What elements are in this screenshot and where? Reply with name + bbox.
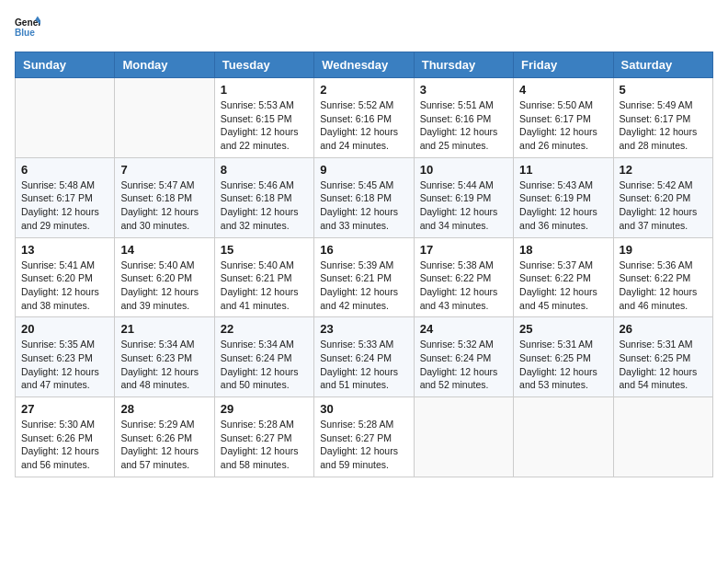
day-number: 29 — [221, 402, 308, 416]
calendar-cell: 22Sunrise: 5:34 AM Sunset: 6:24 PM Dayli… — [214, 317, 313, 397]
day-info: Sunrise: 5:29 AM Sunset: 6:26 PM Dayligh… — [120, 418, 208, 472]
week-row-1: 1Sunrise: 5:53 AM Sunset: 6:15 PM Daylig… — [16, 78, 713, 158]
day-number: 11 — [519, 163, 607, 177]
day-info: Sunrise: 5:35 AM Sunset: 6:23 PM Dayligh… — [21, 338, 108, 392]
calendar-cell — [16, 78, 115, 158]
calendar-cell: 14Sunrise: 5:40 AM Sunset: 6:20 PM Dayli… — [115, 237, 214, 317]
day-number: 16 — [320, 243, 407, 257]
calendar-cell: 25Sunrise: 5:31 AM Sunset: 6:25 PM Dayli… — [514, 317, 613, 397]
day-info: Sunrise: 5:44 AM Sunset: 6:19 PM Dayligh… — [420, 178, 507, 233]
day-info: Sunrise: 5:31 AM Sunset: 6:25 PM Dayligh… — [620, 338, 707, 392]
calendar-cell: 30Sunrise: 5:28 AM Sunset: 6:27 PM Dayli… — [314, 397, 414, 477]
calendar-cell: 23Sunrise: 5:33 AM Sunset: 6:24 PM Dayli… — [314, 317, 414, 397]
day-info: Sunrise: 5:46 AM Sunset: 6:18 PM Dayligh… — [221, 178, 308, 233]
day-info: Sunrise: 5:43 AM Sunset: 6:19 PM Dayligh… — [519, 178, 607, 233]
calendar-cell: 9Sunrise: 5:45 AM Sunset: 6:18 PM Daylig… — [314, 157, 414, 237]
day-number: 2 — [320, 83, 407, 97]
week-row-4: 20Sunrise: 5:35 AM Sunset: 6:23 PM Dayli… — [16, 317, 713, 397]
calendar-table: SundayMondayTuesdayWednesdayThursdayFrid… — [15, 52, 713, 477]
day-number: 12 — [620, 163, 707, 177]
weekday-header-friday: Friday — [514, 52, 613, 78]
calendar-cell: 7Sunrise: 5:47 AM Sunset: 6:18 PM Daylig… — [115, 157, 214, 237]
calendar-cell: 26Sunrise: 5:31 AM Sunset: 6:25 PM Dayli… — [613, 317, 712, 397]
calendar-cell: 20Sunrise: 5:35 AM Sunset: 6:23 PM Dayli… — [16, 317, 115, 397]
day-info: Sunrise: 5:39 AM Sunset: 6:21 PM Dayligh… — [320, 259, 407, 313]
day-info: Sunrise: 5:36 AM Sunset: 6:22 PM Dayligh… — [620, 259, 707, 313]
calendar-cell: 24Sunrise: 5:32 AM Sunset: 6:24 PM Dayli… — [414, 317, 513, 397]
day-info: Sunrise: 5:52 AM Sunset: 6:16 PM Dayligh… — [320, 98, 407, 153]
calendar-cell: 28Sunrise: 5:29 AM Sunset: 6:26 PM Dayli… — [115, 397, 214, 477]
calendar-cell: 2Sunrise: 5:52 AM Sunset: 6:16 PM Daylig… — [314, 78, 414, 158]
day-number: 25 — [519, 322, 607, 336]
calendar-cell: 4Sunrise: 5:50 AM Sunset: 6:17 PM Daylig… — [514, 78, 613, 158]
weekday-header-saturday: Saturday — [613, 52, 712, 78]
day-number: 5 — [620, 83, 707, 97]
calendar-cell: 27Sunrise: 5:30 AM Sunset: 6:26 PM Dayli… — [16, 397, 115, 477]
calendar-cell: 15Sunrise: 5:40 AM Sunset: 6:21 PM Dayli… — [214, 237, 313, 317]
weekday-header-tuesday: Tuesday — [214, 52, 313, 78]
day-info: Sunrise: 5:32 AM Sunset: 6:24 PM Dayligh… — [420, 338, 507, 392]
day-info: Sunrise: 5:40 AM Sunset: 6:20 PM Dayligh… — [120, 259, 208, 313]
day-info: Sunrise: 5:34 AM Sunset: 6:24 PM Dayligh… — [221, 338, 308, 392]
day-number: 10 — [420, 163, 507, 177]
calendar-cell — [514, 397, 613, 477]
day-number: 7 — [120, 163, 208, 177]
day-number: 30 — [320, 402, 407, 416]
calendar-cell: 11Sunrise: 5:43 AM Sunset: 6:19 PM Dayli… — [514, 157, 613, 237]
day-info: Sunrise: 5:48 AM Sunset: 6:17 PM Dayligh… — [21, 178, 108, 233]
day-info: Sunrise: 5:28 AM Sunset: 6:27 PM Dayligh… — [221, 418, 308, 472]
day-number: 9 — [320, 163, 407, 177]
calendar-cell: 17Sunrise: 5:38 AM Sunset: 6:22 PM Dayli… — [414, 237, 513, 317]
day-info: Sunrise: 5:38 AM Sunset: 6:22 PM Dayligh… — [420, 259, 507, 313]
day-info: Sunrise: 5:30 AM Sunset: 6:26 PM Dayligh… — [21, 418, 108, 472]
day-info: Sunrise: 5:40 AM Sunset: 6:21 PM Dayligh… — [221, 259, 308, 313]
header: General Blue — [15, 15, 713, 40]
day-info: Sunrise: 5:51 AM Sunset: 6:16 PM Dayligh… — [420, 98, 507, 153]
calendar-cell — [414, 397, 513, 477]
day-number: 18 — [519, 243, 607, 257]
weekday-header-wednesday: Wednesday — [314, 52, 414, 78]
day-info: Sunrise: 5:50 AM Sunset: 6:17 PM Dayligh… — [519, 98, 607, 153]
day-number: 4 — [519, 83, 607, 97]
calendar-cell: 10Sunrise: 5:44 AM Sunset: 6:19 PM Dayli… — [414, 157, 513, 237]
calendar-cell: 6Sunrise: 5:48 AM Sunset: 6:17 PM Daylig… — [16, 157, 115, 237]
weekday-header-row: SundayMondayTuesdayWednesdayThursdayFrid… — [16, 52, 713, 78]
day-info: Sunrise: 5:53 AM Sunset: 6:15 PM Dayligh… — [221, 98, 308, 153]
week-row-2: 6Sunrise: 5:48 AM Sunset: 6:17 PM Daylig… — [16, 157, 713, 237]
day-number: 23 — [320, 322, 407, 336]
day-number: 13 — [21, 243, 108, 257]
day-number: 1 — [221, 83, 308, 97]
weekday-header-sunday: Sunday — [16, 52, 115, 78]
day-number: 6 — [21, 163, 108, 177]
day-info: Sunrise: 5:47 AM Sunset: 6:18 PM Dayligh… — [120, 178, 208, 233]
calendar-cell — [115, 78, 214, 158]
day-info: Sunrise: 5:31 AM Sunset: 6:25 PM Dayligh… — [519, 338, 607, 392]
day-number: 21 — [120, 322, 208, 336]
day-info: Sunrise: 5:42 AM Sunset: 6:20 PM Dayligh… — [620, 178, 707, 233]
day-number: 24 — [420, 322, 507, 336]
day-number: 27 — [21, 402, 108, 416]
calendar-cell: 29Sunrise: 5:28 AM Sunset: 6:27 PM Dayli… — [214, 397, 313, 477]
weekday-header-thursday: Thursday — [414, 52, 513, 78]
calendar-cell: 19Sunrise: 5:36 AM Sunset: 6:22 PM Dayli… — [613, 237, 712, 317]
day-info: Sunrise: 5:34 AM Sunset: 6:23 PM Dayligh… — [120, 338, 208, 392]
calendar-cell: 12Sunrise: 5:42 AM Sunset: 6:20 PM Dayli… — [613, 157, 712, 237]
day-info: Sunrise: 5:37 AM Sunset: 6:22 PM Dayligh… — [519, 259, 607, 313]
week-row-5: 27Sunrise: 5:30 AM Sunset: 6:26 PM Dayli… — [16, 397, 713, 477]
calendar-cell: 5Sunrise: 5:49 AM Sunset: 6:17 PM Daylig… — [613, 78, 712, 158]
calendar-cell: 1Sunrise: 5:53 AM Sunset: 6:15 PM Daylig… — [214, 78, 313, 158]
svg-text:Blue: Blue — [15, 28, 35, 38]
day-info: Sunrise: 5:41 AM Sunset: 6:20 PM Dayligh… — [21, 259, 108, 313]
day-number: 28 — [120, 402, 208, 416]
day-number: 22 — [221, 322, 308, 336]
day-number: 17 — [420, 243, 507, 257]
calendar-cell: 21Sunrise: 5:34 AM Sunset: 6:23 PM Dayli… — [115, 317, 214, 397]
day-number: 14 — [120, 243, 208, 257]
day-info: Sunrise: 5:33 AM Sunset: 6:24 PM Dayligh… — [320, 338, 407, 392]
calendar-cell: 13Sunrise: 5:41 AM Sunset: 6:20 PM Dayli… — [16, 237, 115, 317]
day-number: 26 — [620, 322, 707, 336]
calendar-cell — [613, 397, 712, 477]
day-number: 20 — [21, 322, 108, 336]
day-number: 8 — [221, 163, 308, 177]
week-row-3: 13Sunrise: 5:41 AM Sunset: 6:20 PM Dayli… — [16, 237, 713, 317]
